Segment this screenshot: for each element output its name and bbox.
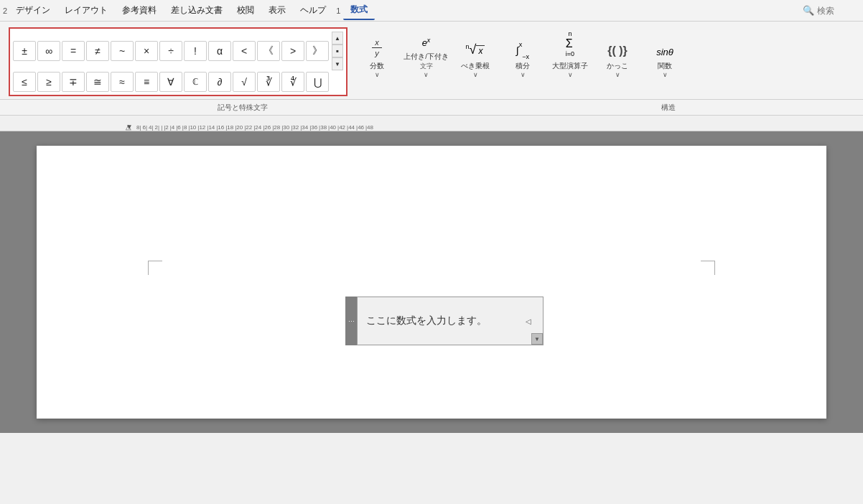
menu-review[interactable]: 校閲	[230, 1, 261, 19]
sym-partial[interactable]: ∂	[208, 72, 231, 92]
page: ⋮ ここに数式を入力します。 ◁ ▼	[37, 146, 826, 419]
ribbon-section-labels: 記号と特殊文字 構造	[0, 100, 863, 116]
function-label: 関数	[658, 62, 672, 71]
function-icon: sinθ	[652, 44, 678, 60]
fraction-label: 分数	[370, 62, 384, 71]
scroll-mid-button[interactable]: ■	[332, 45, 343, 57]
symbols-section-label: 記号と特殊文字	[6, 103, 480, 113]
sym-4thrt[interactable]: ∜	[281, 72, 304, 92]
bracket-caret: ∨	[615, 71, 620, 78]
function-caret: ∨	[663, 71, 668, 78]
document-area: ⋮ ここに数式を入力します。 ◁ ▼	[0, 131, 863, 433]
equation-dropdown-button[interactable]: ▼	[531, 333, 543, 345]
eq-radical-button[interactable]: n√x べき乗根 ∨	[457, 39, 493, 78]
search-icon: 🔍	[803, 5, 814, 16]
sym-approx[interactable]: ≈	[111, 72, 134, 92]
sym-exclaim[interactable]: !	[184, 41, 207, 61]
ruler-triangle-bottom: △	[126, 123, 131, 131]
sym-times[interactable]: ×	[135, 41, 158, 61]
eq-largeop-button[interactable]: n Σ i=0 大型演算子 ∨	[552, 27, 588, 78]
sym-equals[interactable]: =	[62, 41, 85, 61]
fraction-caret: ∨	[375, 71, 380, 78]
structure-section: x y 分数 ∨ ex 上付き/下付き 文字 ∨	[353, 24, 689, 81]
eq-supsub-button[interactable]: ex 上付き/下付き 文字 ∨	[406, 34, 446, 78]
sym-minus-plus[interactable]: ∓	[62, 72, 85, 92]
equation-placeholder[interactable]: ここに数式を入力します。	[358, 309, 495, 333]
scroll-up-button[interactable]: ▲	[332, 32, 343, 45]
radical-caret: ∨	[473, 71, 478, 78]
sym-less[interactable]: <	[233, 41, 256, 61]
sym-cong[interactable]: ≅	[86, 72, 109, 92]
menu-help[interactable]: ヘルプ	[293, 1, 333, 19]
radical-icon: n√x	[462, 39, 490, 60]
integral-caret: ∨	[521, 71, 526, 78]
largeop-label: 大型演算子	[552, 62, 588, 71]
ruler-inner: ▼ 8| 6| 4| 2| | |2 |4 |6 |8 |10 |12 |14 …	[0, 116, 375, 131]
integral-icon: ∫x−x	[512, 41, 533, 60]
radical-label: べき乗根	[461, 62, 490, 71]
sym-alpha[interactable]: α	[208, 41, 231, 61]
eq-integral-button[interactable]: ∫x−x 積分 ∨	[505, 41, 541, 78]
eq-bracket-button[interactable]: {( )} かっこ ∨	[600, 42, 635, 78]
fraction-icon: x y	[368, 35, 386, 60]
sym-tilde[interactable]: ~	[111, 41, 134, 61]
menu-references[interactable]: 参考資料	[115, 1, 164, 19]
sym-double-greater[interactable]: 》	[306, 41, 329, 61]
equation-box[interactable]: ここに数式を入力します。 ◁ ▼	[357, 297, 544, 345]
sym-sqrt[interactable]: √	[233, 72, 256, 92]
sym-cbrt[interactable]: ∛	[257, 72, 280, 92]
symbol-section-wrapper: ± ∞ = ≠ ~ × ÷ ! α < 《 > 》 ▲ ■ ▼	[6, 24, 353, 99]
margin-corner-tl	[148, 261, 162, 275]
menu-view[interactable]: 表示	[261, 1, 293, 19]
menu-number-badge: 2	[3, 6, 9, 15]
sym-union[interactable]: ⋃	[306, 72, 329, 92]
sym-divide[interactable]: ÷	[159, 41, 182, 61]
sym-complex[interactable]: ℂ	[184, 72, 207, 92]
equation-right-arrow: ◁	[526, 317, 531, 325]
ruler: ▼ 8| 6| 4| 2| | |2 |4 |6 |8 |10 |12 |14 …	[0, 116, 863, 131]
equation-container: ⋮ ここに数式を入力します。 ◁ ▼	[345, 297, 544, 345]
menu-layout[interactable]: レイアウト	[57, 1, 115, 19]
ribbon: ± ∞ = ≠ ~ × ÷ ! α < 《 > 》 ▲ ■ ▼	[0, 22, 863, 100]
symbol-row-2: ≤ ≥ ∓ ≅ ≈ ≡ ∀ ℂ ∂ √ ∛ ∜ ⋃	[13, 72, 343, 92]
sym-greater[interactable]: >	[281, 41, 304, 61]
eq-buttons-row: x y 分数 ∨ ex 上付き/下付き 文字 ∨	[359, 27, 683, 78]
menu-bar: 2 デザイン レイアウト 参考資料 差し込み文書 校閲 表示 ヘルプ 1 数式 …	[0, 0, 863, 22]
supsub-label: 上付き/下付き	[403, 52, 449, 62]
menu-mailings[interactable]: 差し込み文書	[164, 1, 230, 19]
sym-forall[interactable]: ∀	[159, 72, 182, 92]
symbol-section: ± ∞ = ≠ ~ × ÷ ! α < 《 > 》 ▲ ■ ▼	[9, 27, 347, 96]
eq-function-button[interactable]: sinθ 関数 ∨	[647, 44, 683, 78]
sym-geq[interactable]: ≥	[37, 72, 60, 92]
search-area: 🔍	[803, 5, 860, 16]
supsub-caret: ∨	[424, 71, 429, 78]
bracket-icon: {( )}	[603, 42, 632, 60]
structure-section-label: 構造	[480, 103, 857, 113]
symbol-row-1: ± ∞ = ≠ ~ × ÷ ! α < 《 > 》 ▲ ■ ▼	[13, 32, 343, 70]
sym-equiv[interactable]: ≡	[135, 72, 158, 92]
sym-not-equals[interactable]: ≠	[86, 41, 109, 61]
supsub-sublabel: 文字	[420, 62, 433, 71]
margin-corner-tr	[701, 261, 715, 275]
bracket-label: かっこ	[607, 62, 628, 71]
scroll-buttons: ▲ ■ ▼	[332, 32, 343, 70]
ruler-ticks: 8| 6| 4| 2| | |2 |4 |6 |8 |10 |12 |14 |1…	[129, 124, 375, 131]
menu-design[interactable]: デザイン	[9, 1, 57, 19]
largeop-icon: n Σ i=0	[561, 27, 579, 60]
sym-infinity[interactable]: ∞	[37, 41, 60, 61]
supsub-icon: ex	[418, 34, 435, 51]
sym-leq[interactable]: ≤	[13, 72, 36, 92]
scroll-down-button[interactable]: ▼	[332, 57, 343, 70]
equation-handle[interactable]: ⋮	[345, 297, 357, 345]
sym-plus-minus[interactable]: ±	[13, 41, 36, 61]
integral-label: 積分	[516, 62, 530, 71]
largeop-caret: ∨	[568, 71, 573, 78]
menu-equations[interactable]: 数式	[343, 1, 375, 20]
menu-number-1: 1	[336, 6, 340, 15]
eq-fraction-button[interactable]: x y 分数 ∨	[359, 35, 395, 78]
search-input[interactable]	[817, 6, 860, 16]
sym-double-less[interactable]: 《	[257, 41, 280, 61]
